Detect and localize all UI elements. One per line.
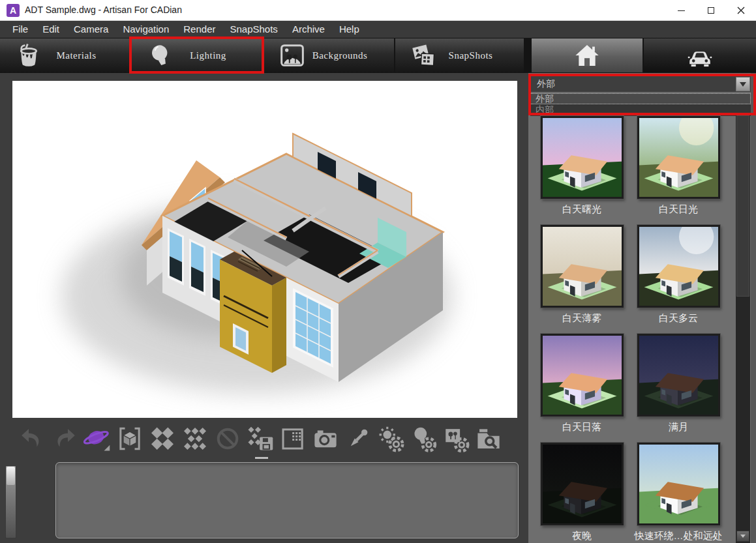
tab-materials-label: Materials (42, 50, 130, 61)
minimize-button[interactable] (666, 0, 696, 21)
scope-dropdown-list: 外部 内部 (530, 93, 751, 116)
preset-label: 夜晚 (572, 530, 592, 542)
lights-list-panel[interactable] (55, 462, 519, 538)
lighting-preset[interactable]: 白天日落 (534, 331, 630, 440)
lamp-settings-button[interactable] (407, 420, 440, 457)
tab-backgrounds-label: Backgrounds (305, 50, 394, 61)
preset-grid: 白天曙光 白天日光 (534, 113, 727, 543)
lighting-preset[interactable]: 夜晚 (534, 440, 630, 543)
lighting-preset[interactable]: 白天多云 (630, 222, 727, 331)
preset-label: 白天多云 (659, 312, 698, 325)
light-bulb-icon (147, 42, 174, 68)
background-settings-button[interactable] (440, 420, 472, 457)
redo-icon (52, 426, 78, 452)
region-grid-icon (280, 426, 306, 452)
camera-icon (312, 425, 339, 452)
preset-thumbnail[interactable] (541, 443, 624, 525)
lighting-preset[interactable]: 白天薄雾 (534, 222, 630, 331)
title-bar: A ADT Sample.dwg - Artisan For CADian (0, 0, 756, 21)
preset-label: 白天薄雾 (562, 312, 601, 325)
undo-icon (19, 426, 45, 452)
preset-label: 白天日落 (562, 421, 601, 433)
panel-edge (751, 73, 756, 543)
lighting-preset[interactable]: 白天日光 (630, 113, 727, 222)
viewport-3d[interactable] (12, 81, 517, 418)
tab-backgrounds[interactable]: Backgrounds (264, 38, 394, 72)
tab-snapshots[interactable]: SnapShots (395, 38, 524, 72)
lighting-preset[interactable]: 满月 (630, 331, 727, 440)
intensity-slider[interactable] (5, 465, 16, 538)
paint-bucket-icon (16, 42, 42, 68)
close-icon (737, 7, 745, 14)
menu-render[interactable]: Render (176, 21, 222, 38)
lighting-panel: 外部 外部 内部 白天曙光 (528, 73, 756, 543)
snapshot-photos-icon (411, 42, 437, 68)
eyedropper-button[interactable] (342, 420, 374, 457)
menu-edit[interactable]: Edit (35, 21, 67, 38)
redo-button[interactable] (48, 420, 81, 457)
maximize-icon (708, 7, 714, 14)
window-title: ADT Sample.dwg - Artisan For CADian (25, 5, 182, 15)
preset-thumbnail[interactable] (541, 225, 624, 308)
eyedropper-icon (345, 426, 371, 452)
tab-car-mode[interactable] (644, 38, 756, 72)
preset-thumbnail[interactable] (637, 116, 720, 199)
cube-render-button[interactable] (113, 420, 146, 457)
dropdown-arrow-button[interactable] (736, 77, 750, 91)
preset-label: 快速环绕…处和远处 (635, 530, 723, 542)
image-gear-icon (442, 425, 470, 452)
menu-camera[interactable]: Camera (67, 21, 115, 38)
preset-label: 白天日光 (659, 203, 698, 216)
diamonds-4-icon (149, 426, 175, 452)
panel-scrollbar[interactable] (736, 114, 750, 543)
scope-dropdown-value: 外部 (537, 78, 555, 90)
arrow-down-icon (740, 535, 746, 538)
preset-thumbnail[interactable] (541, 116, 624, 199)
preset-label: 白天曙光 (562, 203, 601, 216)
undo-button[interactable] (16, 420, 48, 457)
active-tool-indicator (255, 457, 268, 459)
tab-lighting[interactable]: Lighting (132, 38, 262, 72)
menu-archive[interactable]: Archive (285, 21, 332, 38)
maximize-button[interactable] (696, 0, 726, 21)
lighting-preset[interactable]: 白天曙光 (534, 113, 630, 222)
app-logo-icon: A (7, 4, 20, 17)
sun-settings-button[interactable] (374, 420, 407, 457)
scrollbar-thumb[interactable] (736, 115, 749, 297)
preset-thumbnail[interactable] (637, 334, 720, 417)
close-button[interactable] (726, 0, 756, 21)
quality-high-button[interactable] (179, 420, 211, 457)
quality-low-button[interactable] (146, 420, 179, 457)
planet-render-button[interactable] (81, 420, 113, 457)
menu-bar: File Edit Camera Navigation Render SnapS… (0, 21, 756, 38)
menu-file[interactable]: File (5, 21, 35, 38)
sun-gear-icon (377, 425, 404, 452)
search-folder-button[interactable] (472, 420, 505, 457)
region-render-button[interactable] (277, 420, 309, 457)
menu-snapshots[interactable]: SnapShots (222, 21, 284, 38)
tab-materials[interactable]: Materials (0, 38, 130, 72)
scrollbar-down-button[interactable] (736, 531, 749, 542)
car-icon (684, 39, 716, 72)
preset-thumbnail[interactable] (541, 334, 624, 417)
dropdown-option-exterior[interactable]: 外部 (530, 93, 751, 104)
cancel-render-button[interactable] (211, 420, 244, 457)
save-render-button[interactable] (244, 420, 277, 457)
tab-home-mode[interactable] (532, 38, 643, 72)
minimize-icon (678, 10, 685, 11)
cancel-icon (215, 426, 240, 451)
pattern-save-icon (247, 425, 274, 452)
scope-dropdown[interactable]: 外部 (530, 76, 751, 92)
search-folder-icon (475, 425, 502, 452)
feature-tab-bar: Materials Lighting Backgrounds (0, 38, 756, 73)
slider-thumb[interactable] (7, 467, 15, 485)
chevron-down-icon (740, 82, 746, 87)
menu-help[interactable]: Help (332, 21, 367, 38)
menu-navigation[interactable]: Navigation (115, 21, 176, 38)
house-model-render (12, 81, 517, 418)
snapshot-camera-button[interactable] (309, 420, 342, 457)
preset-thumbnail[interactable] (637, 443, 720, 525)
lighting-preset[interactable]: 快速环绕…处和远处 (630, 440, 727, 543)
preset-thumbnail[interactable] (637, 225, 720, 308)
preset-label: 满月 (669, 421, 688, 433)
